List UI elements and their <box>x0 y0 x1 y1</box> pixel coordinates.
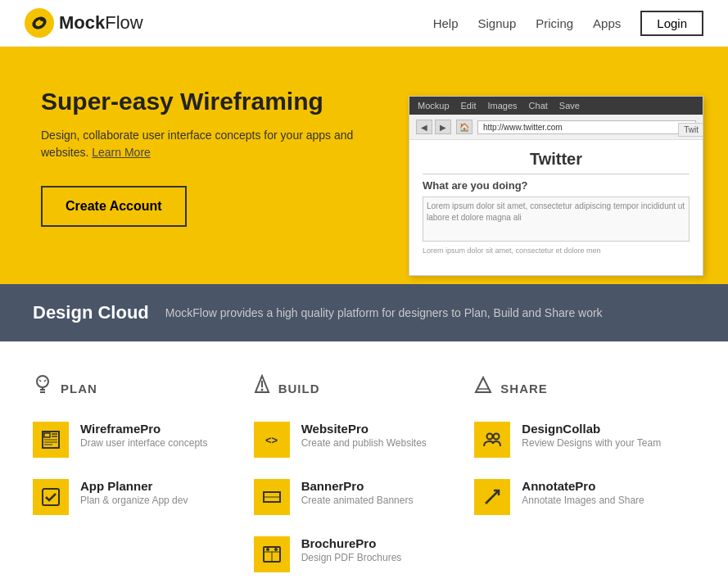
designcollab-info: DesignCollab Review Designs with your Te… <box>522 422 661 449</box>
websitepro-icon: <> <box>254 422 290 458</box>
wireframepro-name[interactable]: WireframePro <box>80 422 207 436</box>
annotatepro-desc: Annotate Images and Share <box>522 495 644 506</box>
design-cloud-description: MockFlow provides a high quality platfor… <box>165 306 603 319</box>
appplanner-name[interactable]: App Planner <box>80 479 188 493</box>
share-column: SHARE DesignCollab Review Designs with y… <box>474 374 695 583</box>
annotatepro-item: AnnotatePro Annotate Images and Share <box>474 479 695 515</box>
design-cloud-regular: Cloud <box>93 302 148 323</box>
mockup-site-title: Twitter <box>423 150 690 174</box>
nav-signup[interactable]: Signup <box>478 16 517 30</box>
designcollab-icon <box>474 422 510 458</box>
logo-icon <box>25 8 54 38</box>
designcollab-desc: Review Designs with your Team <box>522 437 661 449</box>
svg-point-28 <box>487 434 493 440</box>
mockup-preview: Mockup Edit Images Chat Save Twit ◀ ▶ 🏠 … <box>409 96 703 276</box>
nav-apps[interactable]: Apps <box>593 16 621 30</box>
hero-description: Design, collaborate user interface conce… <box>41 127 385 161</box>
brochure-icon <box>254 536 290 572</box>
websitepro-info: WebsitePro Create and publish Websites <box>301 422 427 449</box>
annotatepro-info: AnnotatePro Annotate Images and Share <box>522 479 644 506</box>
wireframepro-desc: Draw user interface concepts <box>80 437 207 449</box>
appplanner-info: App Planner Plan & organize App dev <box>80 479 188 506</box>
designcollab-name[interactable]: DesignCollab <box>522 422 661 436</box>
svg-point-3 <box>37 376 48 387</box>
logo-wordmark: MockFlow <box>59 12 143 34</box>
apps-grid: PLAN WireframePro Draw use <box>33 374 695 583</box>
build-icon <box>254 374 270 402</box>
share-icon <box>474 374 492 402</box>
brochure-info: BrochurePro Design PDF Brochures <box>301 536 402 563</box>
brochure-item: BrochurePro Design PDF Brochures <box>254 536 475 572</box>
wireframepro-icon <box>33 422 69 458</box>
design-cloud-title: Design Cloud <box>33 302 149 323</box>
svg-line-7 <box>39 380 41 382</box>
designcollab-item: DesignCollab Review Designs with your Te… <box>474 422 695 458</box>
plan-column: PLAN WireframePro Draw use <box>33 374 254 583</box>
nav-help[interactable]: Help <box>433 16 459 30</box>
plan-header: PLAN <box>33 374 254 402</box>
svg-point-25 <box>274 548 278 551</box>
mockup-input-label: What are you doing? <box>423 179 690 192</box>
url-bar: http://www.twitter.com <box>477 120 696 134</box>
bannerpro-info: BannerPro Create animated Banners <box>301 479 414 506</box>
header: MockFlow Help Signup Pricing Apps Login <box>0 0 728 47</box>
websitepro-desc: Create and publish Websites <box>301 437 427 449</box>
build-header: BUILD <box>254 374 475 402</box>
mockup-browser-bar: ◀ ▶ 🏠 http://www.twitter.com <box>409 115 703 140</box>
bannerpro-item: BannerPro Create animated Banners <box>254 479 475 515</box>
main-nav: Help Signup Pricing Apps Login <box>433 11 703 36</box>
hero-content: Super-easy Wireframing Design, collabora… <box>41 79 385 227</box>
mockup-tab-label: Twit <box>678 123 703 137</box>
hero-section: Super-easy Wireframing Design, collabora… <box>0 47 728 284</box>
mockup-textarea: Lorem ipsum dolor sit amet, consectetur … <box>423 197 690 242</box>
mockup-content: Twitter What are you doing? Lorem ipsum … <box>409 140 703 264</box>
annotatepro-name[interactable]: AnnotatePro <box>522 479 644 493</box>
svg-line-8 <box>44 380 46 382</box>
build-label: BUILD <box>278 382 320 395</box>
plan-icon <box>33 374 52 402</box>
mockup-footer: Lorem ipsum dolor sit amet, consectetur … <box>423 246 690 255</box>
build-column: BUILD <> WebsitePro Create and publish W… <box>254 374 475 583</box>
forward-button: ▶ <box>435 120 451 134</box>
svg-line-30 <box>486 490 499 504</box>
brochure-name[interactable]: BrochurePro <box>301 536 402 550</box>
wireframepro-item: WireframePro Draw user interface concept… <box>33 422 254 458</box>
appplanner-desc: Plan & organize App dev <box>80 495 188 506</box>
svg-point-2 <box>40 18 43 21</box>
back-button: ◀ <box>416 120 432 134</box>
mockup-toolbar: Mockup Edit Images Chat Save <box>409 97 703 115</box>
share-header: SHARE <box>474 374 695 402</box>
apps-section: PLAN WireframePro Draw use <box>0 341 728 583</box>
create-account-button[interactable]: Create Account <box>41 186 187 227</box>
svg-point-19 <box>260 389 263 391</box>
annotatepro-icon <box>474 479 510 515</box>
home-button: 🏠 <box>456 120 473 134</box>
websitepro-name[interactable]: WebsitePro <box>301 422 427 436</box>
design-cloud-bold: Design <box>33 302 93 323</box>
brochure-desc: Design PDF Brochures <box>301 552 402 563</box>
svg-point-24 <box>266 548 269 551</box>
appplanner-item: App Planner Plan & organize App dev <box>33 479 254 515</box>
nav-pricing[interactable]: Pricing <box>536 16 573 30</box>
svg-marker-26 <box>476 377 491 392</box>
hero-title: Super-easy Wireframing <box>41 88 385 115</box>
plan-label: PLAN <box>61 382 97 395</box>
mockup-nav-buttons: ◀ ▶ <box>416 120 451 134</box>
bannerpro-name[interactable]: BannerPro <box>301 479 414 493</box>
websitepro-item: <> WebsitePro Create and publish Website… <box>254 422 475 458</box>
appplanner-icon <box>33 479 69 515</box>
svg-text:<>: <> <box>265 434 278 446</box>
bannerpro-icon <box>254 479 290 515</box>
design-cloud-band: Design Cloud MockFlow provides a high qu… <box>0 284 728 341</box>
login-button[interactable]: Login <box>640 11 703 36</box>
share-label: SHARE <box>500 382 548 395</box>
wireframepro-info: WireframePro Draw user interface concept… <box>80 422 207 449</box>
learn-more-link[interactable]: Learn More <box>92 146 151 159</box>
svg-point-29 <box>494 434 500 440</box>
svg-rect-16 <box>43 489 59 505</box>
logo: MockFlow <box>25 8 143 38</box>
bannerpro-desc: Create animated Banners <box>301 495 414 506</box>
svg-rect-10 <box>44 433 50 437</box>
